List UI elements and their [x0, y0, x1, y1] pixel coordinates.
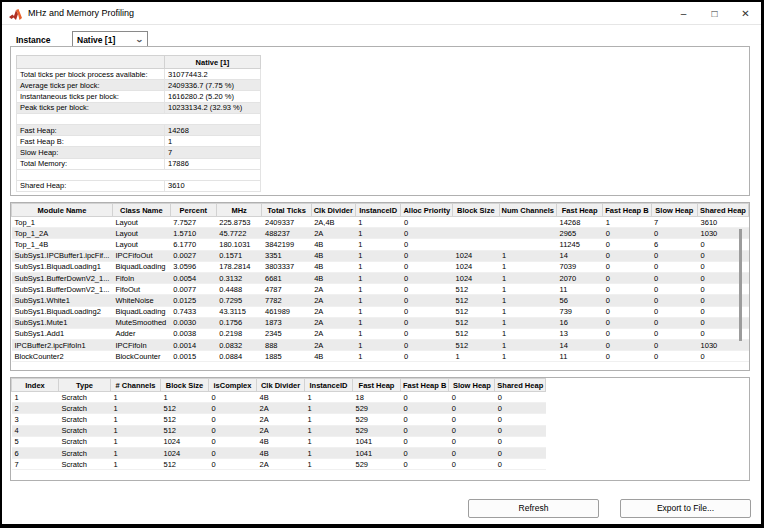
column-header: Fast Heap [353, 379, 401, 392]
cell: 0 [651, 250, 697, 261]
cell: 0 [603, 261, 651, 272]
module-panel: Module NameClass NamePercentMHzTotal Tic… [10, 202, 750, 371]
cell: 225.8753 [216, 217, 262, 228]
module-row[interactable]: Top_1_4BLayout6.1770180.103138421994B101… [12, 239, 749, 250]
scratch-row[interactable]: 2Scratch151202A1529000 [12, 403, 546, 414]
cell: 4B [257, 392, 305, 403]
cell: 3803337 [262, 261, 311, 272]
cell: 7 [651, 217, 697, 228]
cell: 2A [257, 459, 305, 470]
module-row[interactable]: SubSys1.IPCBuffer1.ipcFif...IPCFifoOut0.… [12, 250, 749, 261]
scratch-panel: IndexType# ChannelsBlock SizeisComplexCl… [10, 377, 750, 481]
cell: Layout [112, 228, 170, 239]
column-header: Module Name [12, 204, 113, 217]
cell: 2A [257, 403, 305, 414]
cell: BlockCounter2 [12, 351, 113, 362]
column-header: Slow Heap [449, 379, 495, 392]
refresh-button[interactable]: Refresh [468, 499, 599, 518]
cell: 1 [499, 306, 557, 317]
module-row[interactable]: SubSys1.BiquadLoading2BiquadLoading0.743… [12, 306, 749, 317]
cell: 1 [499, 250, 557, 261]
scratch-row[interactable]: 3Scratch151202A1529000 [12, 414, 546, 425]
module-row[interactable]: SubSys1.Add1Adder0.00380.219823452A10512… [12, 328, 749, 339]
cell: 0 [401, 392, 449, 403]
module-row[interactable]: BlockCounter2BlockCounter0.00150.0884188… [12, 351, 749, 362]
cell: 0 [401, 447, 449, 458]
cell: SubSys1.Add1 [12, 328, 113, 339]
cell: 2070 [557, 272, 603, 283]
summary-row: Total Memory:17886 [17, 158, 261, 169]
cell: 0 [401, 425, 449, 436]
cell: Scratch [59, 392, 111, 403]
minimize-icon[interactable]: – [668, 2, 699, 24]
module-row[interactable]: Top_1Layout7.7527225.875324093372A,4B101… [12, 217, 749, 228]
summary-row: Slow Heap:7 [17, 147, 261, 158]
cell: 13 [557, 328, 603, 339]
scratch-row[interactable]: 7Scratch151202A1529000 [12, 459, 546, 470]
column-header [17, 56, 165, 69]
cell: 0.0027 [170, 250, 216, 261]
cell: 3842199 [262, 239, 311, 250]
summary-row [17, 169, 261, 180]
cell: 1 [355, 239, 401, 250]
summary-row: Total ticks per block process available:… [17, 69, 261, 80]
scratch-row[interactable]: 4Scratch151202A1529000 [12, 425, 546, 436]
cell: 0 [603, 317, 651, 328]
scratch-row[interactable]: 6Scratch1102404B11041000 [12, 447, 546, 458]
scrollbar-thumb[interactable] [739, 229, 742, 341]
summary-row: Shared Heap:3610 [17, 180, 261, 191]
column-header: MHz [216, 204, 262, 217]
column-header: Block Size [161, 379, 209, 392]
scratch-row[interactable]: 1Scratch1104B118000 [12, 392, 546, 403]
cell: SubSys1.IPCBuffer1.ipcFif... [12, 250, 113, 261]
module-row[interactable]: SubSys1.Mute1MuteSmoothed0.00300.1756187… [12, 317, 749, 328]
export-to-file-button[interactable]: Export to File... [620, 499, 751, 518]
cell: 0 [209, 414, 257, 425]
module-row[interactable]: Top_1_2ALayout1.571045.77224882372A10296… [12, 228, 749, 239]
module-row[interactable]: SubSys1.BufferDownV2_1...FifoIn0.00540.3… [12, 272, 749, 283]
cell: 0 [209, 392, 257, 403]
maximize-icon[interactable]: □ [699, 2, 730, 24]
module-row[interactable]: SubSys1.BiquadLoading1BiquadLoading3.059… [12, 261, 749, 272]
module-row[interactable]: SubSys1.BufferDownV2_1...FifoOut0.00770.… [12, 284, 749, 295]
module-table-scrollbar[interactable] [736, 219, 745, 364]
cell: 4B [311, 261, 355, 272]
spacer-cell [17, 113, 261, 124]
cell: 0 [209, 403, 257, 414]
cell: 2A [257, 414, 305, 425]
module-row[interactable]: IPCBuffer2.ipcFifoIn1IPCFifoIn0.00140.08… [12, 340, 749, 351]
cell: 178.2814 [216, 261, 262, 272]
cell: 4 [12, 425, 59, 436]
cell: 0.0038 [170, 328, 216, 339]
cell: 0 [401, 217, 453, 228]
cell: Top_1_4B [12, 239, 113, 250]
cell: Layout [112, 239, 170, 250]
module-row[interactable]: SubSys1.White1WhiteNoise0.01250.72957782… [12, 295, 749, 306]
cell: 1885 [262, 351, 311, 362]
cell: 4B [257, 447, 305, 458]
summary-row: Instantaneous ticks per block:1616280.2 … [17, 91, 261, 102]
column-header: Shared Heap [698, 204, 749, 217]
cell: SubSys1.BufferDownV2_1... [12, 272, 113, 283]
cell: FifoIn [112, 272, 170, 283]
cell: 0.2198 [216, 328, 262, 339]
cell: BiquadLoading [112, 306, 170, 317]
column-header: isComplex [209, 379, 257, 392]
cell: 1 [603, 217, 651, 228]
summary-row: Average ticks per block:2409336.7 (7.75 … [17, 80, 261, 91]
cell: 529 [353, 459, 401, 470]
cell: 2A [257, 425, 305, 436]
cell: 3.0596 [170, 261, 216, 272]
summary-table: Native [1]Total ticks per block process … [16, 55, 261, 192]
summary-row: Fast Heap:14268 [17, 124, 261, 135]
cell: 0 [209, 447, 257, 458]
cell: 1 [499, 317, 557, 328]
cell: 1 [355, 306, 401, 317]
scratch-row[interactable]: 5Scratch1102404B11041000 [12, 436, 546, 447]
cell: 0 [603, 272, 651, 283]
close-icon[interactable]: ✕ [730, 2, 761, 24]
cell: 0.1756 [216, 317, 262, 328]
cell: 6681 [262, 272, 311, 283]
cell: 0 [449, 414, 495, 425]
summary-value: 10233134.2 (32.93 %) [165, 102, 261, 113]
